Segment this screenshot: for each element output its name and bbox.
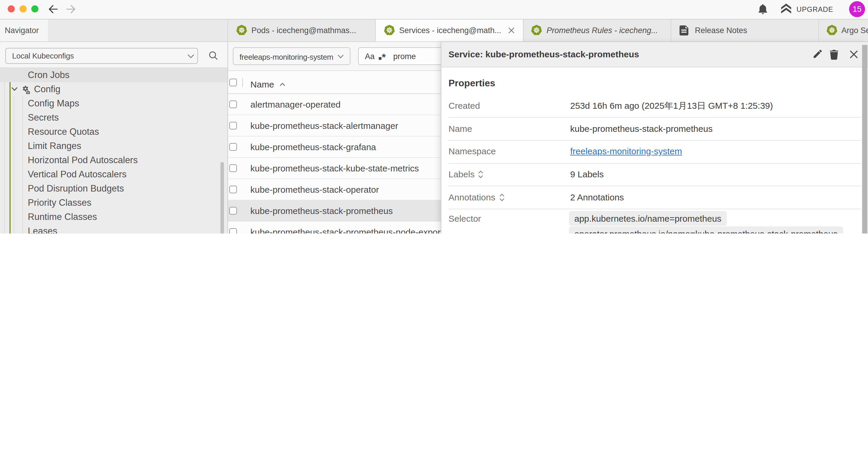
svg-text:*: * — [382, 52, 386, 61]
